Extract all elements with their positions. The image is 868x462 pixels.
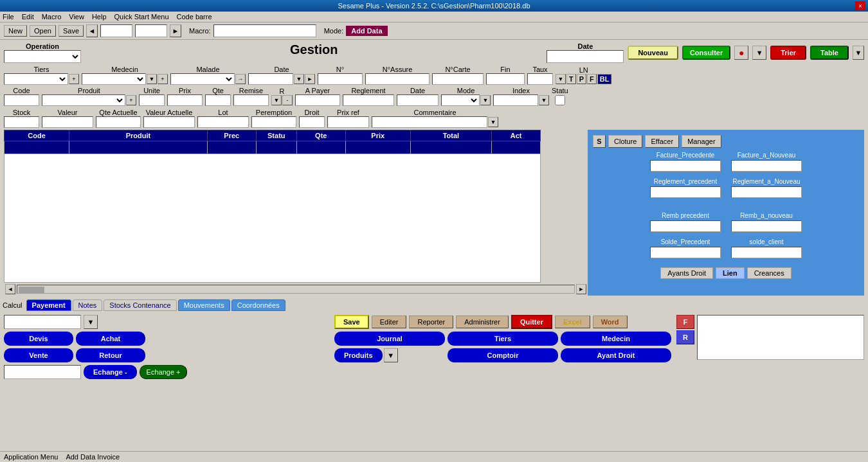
medecin-button[interactable]: Medecin (561, 332, 671, 346)
comptoir-button[interactable]: Comptoir (448, 348, 558, 362)
produit-select[interactable] (42, 94, 125, 106)
effacer-button[interactable]: Effacer (645, 135, 679, 148)
produits-down-btn[interactable]: ▼ (384, 348, 398, 362)
medecin-arrow-btn[interactable]: ▼ (147, 74, 157, 84)
medecin-add-btn[interactable]: + (158, 74, 168, 84)
devis-button[interactable]: Devis (4, 332, 73, 346)
bottom-down-btn[interactable]: ▼ (84, 315, 98, 329)
echange-minus-button[interactable]: Echange - (84, 365, 137, 379)
close-button[interactable]: × (855, 1, 865, 10)
manager-button[interactable]: Manager (682, 135, 721, 148)
menu-quick-start[interactable]: Quick Start Menu (114, 13, 169, 21)
journal-button[interactable]: Journal (334, 332, 445, 346)
facture-nouveau-input[interactable] (731, 160, 802, 172)
consulter-button[interactable]: Consulter (682, 46, 730, 60)
medecin-select[interactable] (82, 73, 146, 85)
nassure-input[interactable] (365, 73, 429, 85)
stocks-tab[interactable]: Stocks Contenance (104, 299, 176, 311)
save-main-button[interactable]: Save (334, 315, 369, 329)
r-button[interactable]: R (676, 330, 694, 344)
t-btn[interactable]: T (566, 74, 576, 84)
fin-input[interactable] (486, 73, 525, 85)
date-input[interactable] (547, 50, 624, 63)
statu-checkbox[interactable] (555, 94, 565, 106)
echange-plus-button[interactable]: Echange + (140, 365, 188, 379)
taux-input[interactable] (527, 73, 553, 85)
bl-btn[interactable]: BL (597, 74, 612, 84)
app-menu-link[interactable]: Application Menu (4, 453, 58, 461)
bottom-input-2[interactable] (4, 365, 81, 379)
index-input[interactable] (493, 94, 538, 106)
qte-input[interactable] (205, 94, 231, 106)
scrollbar-track[interactable] (17, 285, 575, 294)
quitter-button[interactable]: Quitter (511, 315, 552, 329)
tiers-button[interactable]: Tiers (448, 332, 558, 346)
date2-down-btn[interactable]: ▼ (294, 74, 304, 84)
droit-input[interactable] (299, 116, 325, 128)
malade-select[interactable] (170, 73, 235, 85)
open-button[interactable]: Open (30, 25, 56, 37)
menu-code-barre[interactable]: Code barre (177, 13, 212, 21)
f-button[interactable]: F (676, 315, 694, 329)
new-button[interactable]: New (4, 25, 27, 37)
reporter-button[interactable]: Reporter (409, 315, 453, 328)
word-button[interactable]: Word (593, 315, 628, 328)
macro-input[interactable] (213, 24, 316, 37)
creances-tab[interactable]: Creances (747, 267, 791, 279)
menu-macro[interactable]: Macro (42, 13, 62, 21)
scroll-right-btn[interactable]: ► (576, 284, 586, 294)
mode-down-btn[interactable]: ▼ (480, 95, 491, 105)
table-row[interactable] (5, 141, 541, 154)
nav-last-button[interactable]: ► (170, 24, 181, 37)
tiers-add-btn[interactable]: + (69, 74, 79, 84)
menu-edit[interactable]: Edit (22, 13, 34, 21)
date2-input[interactable] (248, 73, 293, 85)
nouveau-button[interactable]: Nouveau (628, 46, 678, 60)
commentaire-down-btn[interactable]: ▼ (488, 117, 498, 127)
solde-client-input[interactable] (731, 247, 802, 258)
index-down-btn[interactable]: ▼ (539, 95, 549, 105)
scroll-left-btn[interactable]: ◄ (5, 284, 15, 294)
ln-down-btn[interactable]: ▼ (556, 74, 566, 84)
qteactuelle-input[interactable] (96, 116, 141, 128)
n-input[interactable] (318, 73, 363, 85)
achat-button[interactable]: Achat (76, 332, 145, 346)
nav-input-right[interactable] (135, 24, 167, 37)
nav-first-button[interactable]: ◄ (86, 24, 98, 37)
reglement-precedent-input[interactable] (650, 186, 721, 198)
trier-button[interactable]: Trier (770, 46, 806, 60)
table-row[interactable] (5, 154, 541, 283)
operation-select[interactable] (4, 50, 81, 63)
valeur-input[interactable] (42, 116, 93, 128)
administrer-button[interactable]: Administrer (456, 315, 509, 328)
table-arrow-button[interactable]: ▼ (853, 46, 864, 60)
table-button[interactable]: Table (810, 46, 849, 60)
calcul-tab-label[interactable]: Calcul (3, 301, 23, 309)
arrow-down-button[interactable]: ▼ (752, 46, 766, 60)
unite-input[interactable] (139, 94, 165, 106)
remb-nouveau-input[interactable] (731, 220, 802, 232)
prix-input[interactable] (167, 94, 203, 106)
bottom-input-1[interactable] (4, 315, 81, 329)
lien-tab[interactable]: Lien (716, 267, 745, 279)
add-data-invoice-link[interactable]: Add Data Invoice (66, 453, 120, 461)
menu-file[interactable]: File (3, 13, 14, 21)
nav-input-left[interactable] (100, 24, 132, 37)
mouvements-tab[interactable]: Mouvements (178, 299, 230, 311)
r-minus-btn[interactable]: - (282, 95, 293, 105)
payement-tab[interactable]: Payement (26, 299, 71, 311)
valeuractuelle-input[interactable] (143, 116, 195, 128)
prixref-input[interactable] (327, 116, 369, 128)
r-down-btn[interactable]: ▼ (271, 95, 282, 105)
produit-add-btn[interactable]: + (126, 95, 136, 105)
peremption-input[interactable] (251, 116, 296, 128)
produits-button[interactable]: Produits (334, 348, 383, 362)
ayants-droit-tab[interactable]: Ayants Droit (660, 267, 713, 279)
mode-select[interactable] (441, 94, 480, 106)
notes-tab[interactable]: Notes (73, 299, 103, 311)
s-button[interactable]: S (593, 135, 606, 148)
code-input[interactable] (4, 94, 39, 106)
vente-button[interactable]: Vente (4, 348, 73, 362)
menu-view[interactable]: View (69, 13, 84, 21)
reglement-input[interactable] (343, 94, 394, 106)
